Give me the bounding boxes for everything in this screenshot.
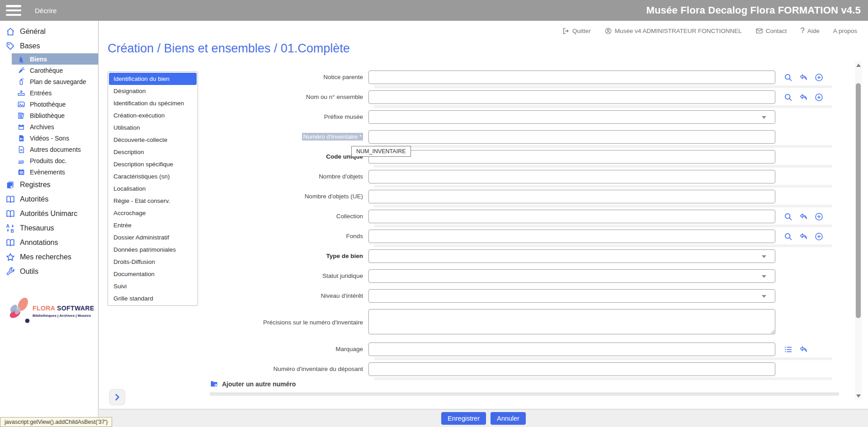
carrot-icon [17, 66, 25, 75]
undo-icon[interactable] [799, 212, 808, 221]
field-tooltip: NUM_INVENTAIRE [351, 146, 411, 157]
sidebar-item-label: Annotations [20, 239, 58, 247]
sidebar-item-autorites-unimarc[interactable]: Autorités Unimarc [0, 206, 98, 221]
cancel-button[interactable]: Annuler [491, 412, 526, 425]
top-bar: Décrire Musée Flora Decalog Flora FORMAT… [0, 0, 868, 21]
sidebar-item-bibliotheque[interactable]: Bibliothèque [0, 110, 98, 121]
search-icon[interactable] [783, 212, 793, 221]
type-de-bien-select[interactable] [368, 249, 775, 263]
search-icon[interactable] [783, 232, 793, 241]
sidebar-item-label: Autorités [20, 195, 48, 203]
expand-menu-button[interactable] [109, 389, 125, 405]
nombre-d-objets-ue-input[interactable] [368, 190, 775, 203]
add-icon[interactable] [814, 212, 824, 221]
contact-link[interactable]: Contact [755, 27, 787, 35]
sidebar-item-registres[interactable]: Registres [0, 178, 98, 192]
sidebar-item-label: Carothèque [30, 67, 63, 74]
sidebar-item-thesaurus[interactable]: ABThesaurus [0, 221, 98, 235]
user-account[interactable]: Musée v4 ADMINISTRATEUR FONCTIONNEL [604, 27, 742, 35]
sidebar-item-label: Autorités Unimarc [20, 210, 77, 218]
prefixe-musee-select[interactable] [368, 110, 775, 124]
precisions-sur-le-numero-d-inventaire-textarea[interactable] [368, 309, 775, 334]
save-button[interactable]: Enregistrer [441, 412, 486, 425]
statut-juridique-select[interactable] [368, 269, 775, 283]
form-row-statut-juridique: Statut juridique [99, 269, 845, 283]
home-icon [5, 27, 15, 37]
field-label: Numéro d'inventaire du déposant [99, 366, 368, 373]
fonds-input[interactable] [368, 230, 775, 243]
nom-ou-n-ensemble-input[interactable] [368, 90, 775, 104]
sidebar-item-label: Autres documents [30, 146, 81, 153]
quit-link[interactable]: Quitter [562, 27, 591, 35]
sidebar-item-videos-sons[interactable]: Vidéos - Sons [0, 132, 98, 144]
collection-input[interactable] [368, 210, 775, 223]
form-row-precisions-sur-le-numero-d-inventaire: Précisions sur le numéro d'inventaire [99, 309, 845, 336]
notice-parente-input[interactable] [368, 70, 775, 84]
form-row-notice-parente: Notice parente [99, 70, 845, 84]
undo-icon[interactable] [799, 345, 808, 354]
sidebar-item-carotheque[interactable]: Carothèque [0, 65, 98, 76]
svg-text:A: A [6, 224, 9, 229]
add-other-number-button[interactable]: Ajouter un autre numéro [210, 380, 839, 388]
add-icon[interactable] [814, 93, 824, 102]
user-label: Musée v4 ADMINISTRATEUR FONCTIONNEL [615, 28, 742, 34]
undo-icon[interactable] [799, 232, 808, 241]
marquage-input[interactable] [368, 343, 775, 356]
sidebar-item-label: Thesaurus [20, 224, 54, 232]
sidebar-item-annotations[interactable]: Annotations [0, 235, 98, 250]
about-label: A propos [833, 28, 857, 34]
code-unique-input[interactable] [368, 150, 775, 164]
numero-d-inventaire-input[interactable] [368, 130, 775, 144]
about-link[interactable]: A propos [833, 28, 857, 34]
sidebar-item-plan-de-sauvegarde[interactable]: Plan de sauvegarde [0, 76, 98, 87]
scrollbar-thumb[interactable] [856, 83, 861, 318]
other-number-section: Ajouter un autre numéro [210, 380, 839, 396]
sidebar-item-label: Bases [20, 42, 40, 50]
flora-butterfly-icon [6, 295, 33, 327]
sidebar-item-outils[interactable]: Outils [0, 264, 98, 279]
undo-icon[interactable] [799, 93, 808, 102]
list-icon[interactable] [783, 345, 793, 354]
form-row-marquage: Marquage [99, 343, 845, 356]
sidebar-item-autorites[interactable]: Autorités [0, 192, 98, 206]
scroll-up-arrow[interactable] [855, 61, 862, 69]
undo-icon[interactable] [799, 73, 808, 82]
search-icon[interactable] [783, 93, 793, 102]
vertical-scrollbar[interactable] [855, 61, 862, 399]
sidebar-item-label: Evènements [30, 169, 65, 176]
calendar-icon [17, 168, 25, 176]
sidebar-item-mes-recherches[interactable]: Mes recherches [0, 250, 98, 264]
add-icon[interactable] [814, 73, 824, 82]
sidebar-item-biens[interactable]: Biens [12, 53, 98, 65]
logo-tagline: Bibliothèques | Archives | Musées [33, 314, 94, 318]
search-icon[interactable] [783, 73, 793, 82]
folder-add-icon [210, 380, 218, 388]
exit-icon [562, 27, 570, 35]
nombre-d-objets-input[interactable] [368, 170, 775, 183]
sidebar-item-produits-doc[interactable]: Produits doc. [0, 155, 98, 166]
form-row-fonds: Fonds [99, 230, 845, 243]
add-icon[interactable] [814, 232, 824, 241]
sidebar-item-archives[interactable]: Archives [0, 121, 98, 132]
numero-d-inventaire-du-deposant-input[interactable] [368, 362, 775, 376]
sidebar-item-phototheque[interactable]: Photothèque [0, 99, 98, 110]
field-label: Fonds [99, 233, 368, 240]
field-label: Collection [99, 213, 368, 220]
sidebar-item-label: Registres [20, 181, 51, 189]
sidebar-item-general[interactable]: Général [0, 24, 98, 39]
sidebar-item-entrees[interactable]: Entrées [0, 87, 98, 99]
sidebar-item-evenements[interactable]: Evènements [0, 166, 98, 178]
scroll-down-arrow[interactable] [855, 392, 862, 399]
sidebar-item-label: Plan de sauvegarde [30, 78, 86, 85]
form-row-nombre-d-objets: Nombre d'objets [99, 170, 845, 183]
hamburger-menu-icon[interactable] [6, 5, 21, 16]
sidebar-item-autres-documents[interactable]: Autres documents [0, 144, 98, 155]
help-link[interactable]: ? Aide [800, 26, 820, 35]
inbox-icon [17, 89, 25, 97]
sidebar-item-bases[interactable]: Bases [0, 39, 98, 53]
field-label: Numéro d'inventaire * [99, 133, 368, 141]
sort-az-icon: AB [5, 223, 15, 233]
mail-icon [755, 27, 763, 35]
niveau-d-interet-select[interactable] [368, 289, 775, 303]
sidebar-item-label: Biens [30, 56, 47, 63]
